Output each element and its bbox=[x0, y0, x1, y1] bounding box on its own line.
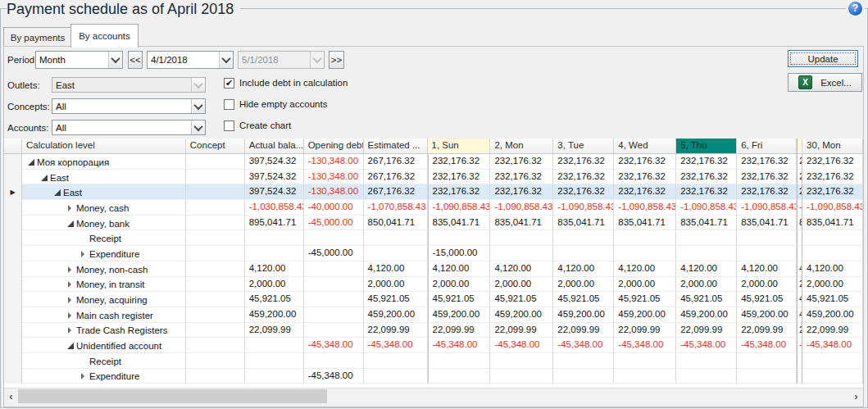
cell-opening[interactable] bbox=[304, 353, 364, 369]
cell-d2[interactable] bbox=[490, 246, 553, 261]
include-debt-checkbox[interactable]: ✔ Include debt in calculation bbox=[224, 78, 348, 89]
cell-sliver[interactable] bbox=[797, 353, 802, 369]
cell-d5[interactable]: 835,041.71 bbox=[676, 216, 737, 231]
cell-d6[interactable]: 4,120.00 bbox=[737, 261, 797, 277]
cell-d3[interactable] bbox=[553, 369, 614, 384]
cell-opening[interactable]: -45,000.00 bbox=[304, 246, 364, 261]
cell-actual[interactable] bbox=[245, 353, 304, 369]
cell-actual[interactable]: 397,524.32 bbox=[245, 184, 304, 200]
cell-opening[interactable]: -45,000.00 bbox=[304, 216, 364, 231]
cell-opening[interactable] bbox=[304, 230, 364, 246]
cell-d1[interactable]: -1,090,858.43 bbox=[428, 200, 491, 216]
cell-d30[interactable]: -1,090,858.43 bbox=[802, 200, 863, 216]
column-header-estimated[interactable]: Estimated ... bbox=[364, 139, 428, 154]
cell-d4[interactable]: 45,921.05 bbox=[614, 292, 676, 307]
cell-d3[interactable]: 232,176.32 bbox=[553, 170, 614, 185]
cell-actual[interactable]: -1,030,858.43 bbox=[245, 200, 304, 216]
excel-button[interactable]: X Excel... bbox=[788, 73, 862, 92]
cell-sliver[interactable]: -45,348.00 bbox=[797, 338, 802, 353]
checkbox-box[interactable] bbox=[224, 120, 234, 131]
cell-d3[interactable]: 2,000.00 bbox=[553, 277, 614, 293]
cell-estimated[interactable] bbox=[364, 230, 428, 246]
cell-d30[interactable]: 22,099.99 bbox=[802, 323, 863, 339]
cell-d5[interactable]: 459,200.00 bbox=[676, 307, 737, 323]
chevron-down-icon[interactable] bbox=[219, 52, 233, 68]
cell-opening[interactable]: -130,348.00 bbox=[304, 154, 364, 170]
cell-estimated[interactable]: 45,921.05 bbox=[364, 292, 428, 307]
cell-estimated[interactable]: 22,099.99 bbox=[364, 323, 428, 339]
column-header-d30[interactable]: 30, Mon bbox=[802, 139, 863, 154]
next-period-button[interactable]: >> bbox=[329, 51, 344, 69]
cell-d30[interactable]: 45,921.05 bbox=[802, 292, 863, 307]
cell-d1[interactable]: 22,099.99 bbox=[428, 323, 491, 339]
cell-concept[interactable] bbox=[186, 323, 245, 339]
cell-concept[interactable] bbox=[186, 200, 245, 216]
cell-d3[interactable]: 232,176.32 bbox=[553, 154, 614, 170]
cell-d3[interactable]: 45,921.05 bbox=[553, 292, 614, 307]
accounts-combo[interactable]: All bbox=[52, 120, 206, 135]
column-header-opening[interactable]: Opening debt bbox=[304, 139, 364, 154]
cell-d5[interactable] bbox=[676, 369, 737, 384]
cell-d1[interactable]: 4,120.00 bbox=[428, 261, 491, 277]
cell-d4[interactable]: 2,000.00 bbox=[614, 277, 676, 293]
cell-d2[interactable]: 4,120.00 bbox=[490, 261, 553, 277]
cell-concept[interactable] bbox=[186, 369, 245, 384]
cell-estimated[interactable]: 459,200.00 bbox=[364, 307, 428, 323]
scroll-right-icon[interactable]: › bbox=[849, 389, 863, 404]
column-header-d5[interactable]: 5, Thu bbox=[676, 139, 737, 154]
cell-d2[interactable]: 232,176.32 bbox=[490, 154, 553, 170]
cell-d30[interactable]: 232,176.32 bbox=[802, 170, 863, 185]
cell-d5[interactable]: 232,176.32 bbox=[676, 154, 737, 170]
cell-d1[interactable] bbox=[428, 230, 491, 246]
collapsed-icon[interactable] bbox=[66, 265, 76, 275]
cell-d3[interactable]: 835,041.71 bbox=[553, 216, 614, 231]
create-chart-checkbox[interactable]: Create chart bbox=[224, 120, 291, 131]
cell-d30[interactable]: 232,176.32 bbox=[802, 154, 863, 170]
cell-estimated[interactable]: -45,348.00 bbox=[364, 338, 428, 353]
cell-sliver[interactable]: 4,120.00 bbox=[797, 261, 802, 277]
cell-concept[interactable] bbox=[186, 353, 245, 369]
cell-d5[interactable]: -1,090,858.43 bbox=[676, 200, 737, 216]
cell-opening[interactable] bbox=[304, 292, 364, 307]
cell-estimated[interactable]: 4,120.00 bbox=[364, 261, 428, 277]
horizontal-scrollbar[interactable]: ‹ › bbox=[4, 388, 863, 404]
cell-d5[interactable] bbox=[676, 353, 737, 369]
update-button[interactable]: Update bbox=[788, 50, 858, 67]
scroll-left-icon[interactable]: ‹ bbox=[4, 389, 18, 404]
cell-d4[interactable]: 459,200.00 bbox=[614, 307, 676, 323]
cell-d5[interactable]: 22,099.99 bbox=[676, 323, 737, 339]
cell-level[interactable]: Expenditure bbox=[22, 246, 186, 261]
cell-d2[interactable]: 232,176.32 bbox=[490, 170, 553, 185]
cell-d4[interactable]: 232,176.32 bbox=[614, 154, 676, 170]
cell-estimated[interactable] bbox=[364, 353, 428, 369]
cell-d30[interactable] bbox=[802, 246, 863, 261]
tab-by-payments[interactable]: By payments bbox=[3, 27, 72, 47]
cell-level[interactable]: Trade Cash Registers bbox=[22, 323, 186, 339]
cell-d1[interactable]: 45,921.05 bbox=[428, 292, 491, 307]
cell-estimated[interactable] bbox=[364, 369, 428, 384]
cell-actual[interactable]: 2,000.00 bbox=[245, 277, 304, 293]
cell-opening[interactable]: -45,348.00 bbox=[304, 338, 364, 353]
cell-d30[interactable]: 835,041.71 bbox=[802, 216, 863, 231]
collapsed-icon[interactable] bbox=[66, 295, 76, 305]
cell-actual[interactable]: 459,200.00 bbox=[245, 307, 304, 323]
column-header-d4[interactable]: 4, Wed bbox=[614, 139, 676, 154]
cell-actual[interactable] bbox=[245, 230, 304, 246]
expanded-icon[interactable] bbox=[39, 173, 50, 183]
cell-d1[interactable]: -15,000.00 bbox=[428, 246, 491, 261]
cell-level[interactable]: Expenditure bbox=[22, 369, 186, 384]
cell-estimated[interactable]: 850,041.71 bbox=[364, 216, 428, 231]
cell-sliver[interactable]: 45,921.05 bbox=[797, 292, 802, 307]
column-header-actual[interactable]: Actual bala... bbox=[245, 139, 304, 154]
cell-actual[interactable]: 397,524.32 bbox=[245, 170, 304, 185]
cell-d6[interactable]: 232,176.32 bbox=[737, 170, 797, 185]
expanded-icon[interactable] bbox=[66, 341, 76, 351]
cell-d2[interactable] bbox=[490, 230, 553, 246]
cell-concept[interactable] bbox=[186, 246, 245, 261]
column-header-sliver[interactable] bbox=[797, 139, 802, 154]
cell-d6[interactable]: 2,000.00 bbox=[737, 277, 797, 293]
scrollbar-thumb[interactable] bbox=[18, 389, 327, 403]
cell-d30[interactable]: 2,000.00 bbox=[802, 277, 863, 293]
column-header-d1[interactable]: 1, Sun bbox=[428, 139, 491, 154]
prev-period-button[interactable]: << bbox=[128, 51, 143, 69]
